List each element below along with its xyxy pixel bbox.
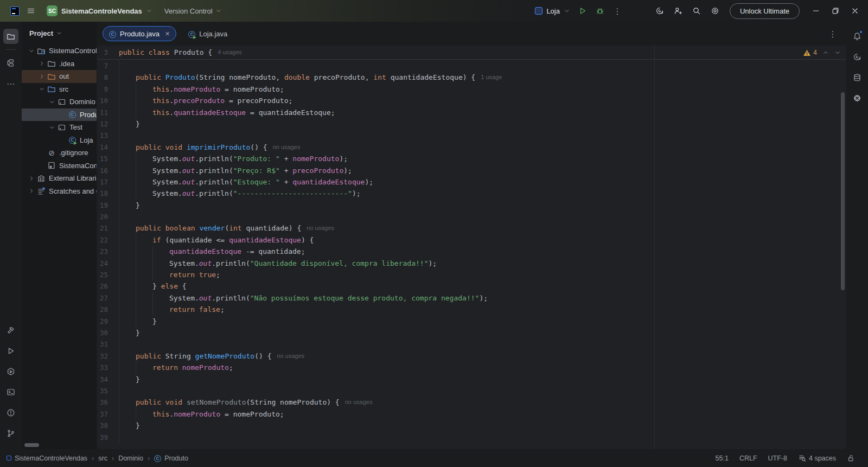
line-number[interactable]: 12 [97,118,108,130]
code-line-30[interactable]: 30} [97,327,846,338]
line-number[interactable]: 17 [97,176,108,188]
line-number[interactable]: 15 [97,153,108,164]
tree-item-gitignore[interactable]: ⊘.gitignore [22,146,97,159]
code-line-29[interactable]: 29} [97,316,846,327]
ai-assistant-icon[interactable] [850,49,865,65]
line-number[interactable]: 29 [97,316,108,327]
line-number[interactable]: 33 [97,362,108,373]
code-line-31[interactable]: 31 [97,338,846,350]
indent-style[interactable]: 4 spaces [798,454,836,462]
line-number[interactable]: 19 [97,200,108,211]
tree-item-external-libraries[interactable]: External Libraries [22,172,97,185]
tab-loja-java[interactable]: CLoja.java [182,26,234,41]
code-line-25[interactable]: 25return true; [97,269,846,280]
line-number[interactable]: 7 [97,60,108,72]
inspections-widget[interactable]: 4 [803,46,841,60]
usages-hint[interactable]: 1 usage [481,72,502,83]
problems-icon[interactable] [3,405,18,420]
file-lock[interactable] [847,454,855,462]
run-icon[interactable] [3,343,18,359]
next-problem-button[interactable] [834,49,841,56]
more-icon[interactable]: ⋯ [3,76,18,91]
line-number[interactable]: 8 [97,72,108,83]
restore-button[interactable] [826,3,845,19]
tree-item-idea[interactable]: .idea [22,57,97,71]
code-line-23[interactable]: 23quantidadeEstoque -= quantidade; [97,246,846,257]
usages-hint[interactable]: no usages [273,142,301,153]
services-icon[interactable] [3,364,18,379]
code-line-22[interactable]: 22if (quantidade <= quantidadeEstoque) { [97,234,846,246]
code-line-10[interactable]: 10this.precoProduto = precoProduto; [97,95,846,106]
code-line-18[interactable]: 18System.out.println("------------------… [97,188,846,199]
code-line-19[interactable]: 19} [97,200,846,211]
line-number[interactable]: 30 [97,327,108,338]
line-number[interactable]: 39 [97,432,108,443]
ai-assistant-icon[interactable] [652,3,668,19]
code-line-32[interactable]: 32public String getNomeProduto() {no usa… [97,350,846,362]
code-line-11[interactable]: 11this.quantidadeEstoque = quantidadeEst… [97,107,846,118]
tree-item-src[interactable]: src [22,83,97,96]
tab-options-button[interactable]: ⋮ [825,25,841,42]
line-number[interactable]: 24 [97,258,108,269]
tree-item-scratches-and-consoles[interactable]: Scratches and Consoles [22,185,97,198]
code-editor[interactable]: 4 3public class Produto {4 usages 78publ… [97,46,846,449]
close-button[interactable] [845,3,865,19]
breadcrumb-item-dominio[interactable]: Dominio [118,455,143,462]
notifications-icon[interactable] [850,29,865,44]
line-number[interactable]: 26 [97,280,108,292]
code-line-38[interactable]: 38} [97,420,846,431]
unlock-ultimate-button[interactable]: Unlock Ultimate [730,3,800,19]
code-line-28[interactable]: 28return false; [97,304,846,315]
caret-position[interactable]: 55:1 [716,455,729,462]
breadcrumb-item-src[interactable]: src [98,455,107,462]
sticky-line[interactable]: 3public class Produto {4 usages [97,46,846,60]
line-number[interactable]: 10 [97,95,108,106]
line-number[interactable]: 28 [97,304,108,315]
line-number[interactable]: 9 [97,84,108,95]
vcs-widget[interactable]: Version Control [164,7,222,15]
previous-problem-button[interactable] [822,49,829,56]
usages-hint[interactable]: no usages [307,222,334,234]
database-icon[interactable] [850,70,865,85]
tab-produto-java[interactable]: CProduto.java✕ [103,26,176,41]
line-number[interactable]: 32 [97,350,108,362]
code-line-39[interactable]: 39 [97,432,846,443]
minimize-button[interactable] [806,3,826,19]
line-number[interactable]: 18 [97,188,108,199]
code-line-37[interactable]: 37this.nomeProduto = nomeProduto; [97,408,846,420]
code-line-20[interactable]: 20 [97,211,846,222]
tree-item-produto[interactable]: CProduto [22,108,97,121]
breadcrumb-item-produto[interactable]: CProduto [154,454,188,462]
main-menu-button[interactable] [23,3,39,19]
line-number[interactable]: 31 [97,338,108,350]
line-number[interactable]: 13 [97,130,108,141]
tree-horizontal-scrollbar[interactable] [24,443,39,447]
line-number[interactable]: 35 [97,385,108,396]
version-control-icon[interactable] [3,426,18,441]
line-number[interactable]: 22 [97,234,108,246]
code-line-14[interactable]: 14public void imprimirProduto() {no usag… [97,142,846,153]
tree-item-dominio[interactable]: Dominio [22,95,97,108]
encoding[interactable]: UTF-8 [768,455,787,462]
line-number[interactable]: 37 [97,408,108,420]
usages-hint[interactable]: no usages [277,350,304,362]
line-ending[interactable]: CRLF [739,455,757,462]
debug-button[interactable] [592,3,608,19]
line-number[interactable]: 34 [97,374,108,385]
tree-item-sistemacontrolevendas[interactable]: SistemaControleVendas [22,44,97,57]
code-line-7[interactable]: 7 [97,60,846,72]
line-number[interactable]: 20 [97,211,108,222]
line-number[interactable]: 3 [97,47,108,58]
code-line-17[interactable]: 17System.out.println("Estoque: " + quant… [97,176,846,188]
structure-icon[interactable] [3,55,18,71]
usages-hint[interactable]: no usages [345,396,373,408]
project-icon[interactable] [3,29,18,44]
code-line-21[interactable]: 21public boolean vender(int quantidade) … [97,222,846,234]
code-line-26[interactable]: 26} else { [97,280,846,292]
run-configuration-selector[interactable]: Loja [532,5,573,17]
code-line-9[interactable]: 9this.nomeProduto = nomeProduto; [97,84,846,95]
more-run-options-button[interactable]: ⋮ [609,3,626,19]
search-icon[interactable] [688,3,705,19]
code-line-33[interactable]: 33return nomeProduto; [97,362,846,373]
code-line-24[interactable]: 24System.out.println("Quantidade disponí… [97,258,846,269]
